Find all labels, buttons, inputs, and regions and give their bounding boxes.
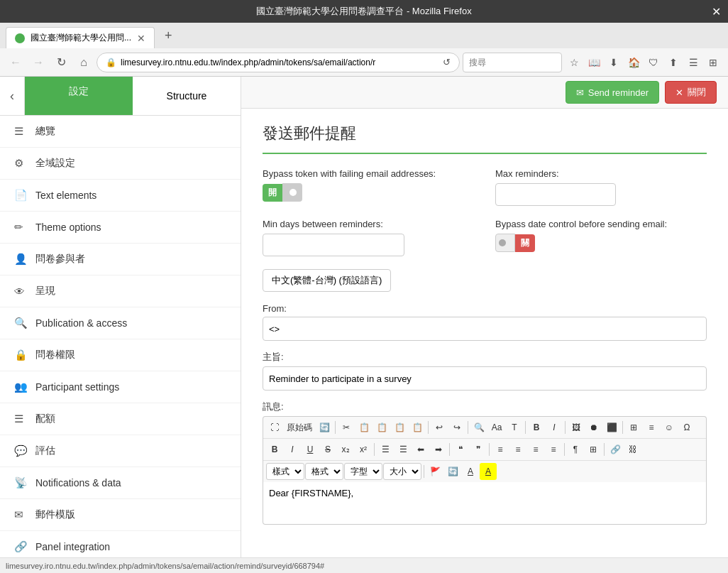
tab-settings[interactable]: 設定 xyxy=(25,77,133,115)
align-center-btn[interactable]: ≡ xyxy=(509,441,526,458)
paste-text-btn[interactable]: 📋 xyxy=(391,419,408,436)
forward-button[interactable]: → xyxy=(28,53,48,72)
redo-btn[interactable]: ↪ xyxy=(448,419,465,436)
bold-btn[interactable]: B xyxy=(528,419,545,436)
unblockquote-btn[interactable]: ❞ xyxy=(470,441,487,458)
download-icon[interactable]: ⬇ xyxy=(605,53,623,72)
align-justify-btn[interactable]: ≡ xyxy=(545,441,562,458)
sidebar-item-notifications[interactable]: 📡 Notifications & data xyxy=(0,467,241,499)
strikethrough-btn[interactable]: S xyxy=(319,441,336,458)
main-content: ✉ Send reminder ✕ 關閉 發送郵件提醒 Bypass token… xyxy=(241,77,728,557)
reload-btn[interactable]: ↺ xyxy=(443,57,451,67)
blockquote-btn[interactable]: ❝ xyxy=(452,441,469,458)
font-select[interactable]: 字型 xyxy=(344,463,382,480)
outdent-btn[interactable]: ⬅ xyxy=(412,441,429,458)
shield-icon[interactable]: 🛡 xyxy=(644,53,663,72)
sidebar-item-permissions[interactable]: 🔒 問卷權限 xyxy=(0,339,241,371)
subscript-btn[interactable]: x₂ xyxy=(337,441,354,458)
select-all-btn[interactable]: T xyxy=(506,419,523,436)
sidebar-back-button[interactable]: ‹ xyxy=(0,77,25,115)
find-replace-btn[interactable]: Aa xyxy=(488,419,505,436)
subject-label: 主旨: xyxy=(263,351,707,364)
home-button[interactable]: ⌂ xyxy=(74,53,94,72)
sidebar-item-participants[interactable]: 👤 問卷參與者 xyxy=(0,244,241,275)
sidebar-item-panel-integration[interactable]: 🔗 Panel integration xyxy=(0,531,241,557)
global-settings-icon: ⚙ xyxy=(14,157,28,170)
underline-btn[interactable]: U xyxy=(302,441,319,458)
fullscreen-btn[interactable]: ⛶ xyxy=(266,419,283,436)
unlink-btn[interactable]: ⛓ xyxy=(624,441,641,458)
paste-btn[interactable]: 📋 xyxy=(373,419,390,436)
new-tab-button[interactable]: + xyxy=(158,24,180,48)
indent-btn[interactable]: ➡ xyxy=(430,441,447,458)
paste-word-btn[interactable]: 📋 xyxy=(409,419,426,436)
italic-btn[interactable]: I xyxy=(546,419,563,436)
sidebar-item-participant-settings[interactable]: 👥 Participant settings xyxy=(0,371,241,403)
text-color-flag-btn[interactable]: 🚩 xyxy=(426,463,443,480)
align-right-btn[interactable]: ≡ xyxy=(527,441,544,458)
insert-table-btn[interactable]: ⊞ xyxy=(625,419,642,436)
reader-icon[interactable]: 📖 xyxy=(585,53,603,72)
bold-btn-2[interactable]: B xyxy=(266,441,283,458)
sidebar-item-theme-options[interactable]: ✏ Theme options xyxy=(0,212,241,244)
insert-rule-btn[interactable]: ≡ xyxy=(643,419,660,436)
bypass-date-btn[interactable]: 關 xyxy=(515,234,535,252)
home-toolbar-icon[interactable]: 🏠 xyxy=(624,53,643,72)
style-select[interactable]: 樣式 xyxy=(266,463,304,480)
bypass-token-btn[interactable]: 開 xyxy=(263,184,282,202)
close-button[interactable]: ✕ 關閉 xyxy=(665,81,717,104)
send-reminder-button[interactable]: ✉ Send reminder xyxy=(566,81,659,104)
address-input[interactable] xyxy=(121,58,439,67)
bookmark-icon[interactable]: ☆ xyxy=(565,53,583,72)
from-input[interactable] xyxy=(263,317,707,341)
sidebar-item-email-templates[interactable]: ✉ 郵件模版 xyxy=(0,499,241,531)
paragraph-btn[interactable]: ¶ xyxy=(567,441,584,458)
copy-btn[interactable]: 📋 xyxy=(355,419,373,436)
undo-btn[interactable]: ↩ xyxy=(431,419,448,436)
table-btn[interactable]: ⬛ xyxy=(603,419,620,436)
insert-image-btn[interactable]: 🖼 xyxy=(568,419,585,436)
font-color-btn[interactable]: A xyxy=(462,463,479,480)
remove-format-btn[interactable]: 🔄 xyxy=(444,463,461,480)
back-button[interactable]: ← xyxy=(6,53,26,72)
tab-label: 國立臺灣師範大學公用問... xyxy=(31,32,131,44)
sidebar-item-publication-access[interactable]: 🔍 Publication & access xyxy=(0,307,241,339)
tab-structure[interactable]: Structure xyxy=(133,77,241,115)
link-btn[interactable]: 🔗 xyxy=(607,441,624,458)
find-btn[interactable]: 🔍 xyxy=(470,419,487,436)
max-reminders-input[interactable] xyxy=(495,183,616,206)
sidebar-item-display[interactable]: 👁 呈現 xyxy=(0,275,241,307)
sidebar-item-overview[interactable]: ☰ 總覽 xyxy=(0,116,241,148)
sidebar-item-assessments[interactable]: 💬 評估 xyxy=(0,435,241,467)
editor-content[interactable]: Dear {FIRSTNAME}, xyxy=(263,482,707,525)
tab-close-btn[interactable]: ✕ xyxy=(137,33,145,44)
ordered-list-btn[interactable]: ☰ xyxy=(377,441,394,458)
format-select[interactable]: 格式 xyxy=(305,463,343,480)
search-input[interactable] xyxy=(463,53,562,72)
show-blocks-btn[interactable]: ⊞ xyxy=(585,441,602,458)
bg-color-btn[interactable]: A xyxy=(480,463,497,480)
sidebar-item-global-settings[interactable]: ⚙ 全域設定 xyxy=(0,148,241,180)
source-btn[interactable]: 原始碼 xyxy=(284,419,315,436)
refresh-button[interactable]: ↻ xyxy=(51,53,71,72)
unordered-list-btn[interactable]: ☰ xyxy=(395,441,412,458)
browser-tab-active[interactable]: 國立臺灣師範大學公用問... ✕ xyxy=(6,27,155,48)
size-select[interactable]: 大小 xyxy=(383,463,421,480)
align-left-btn[interactable]: ≡ xyxy=(492,441,509,458)
cut-btn[interactable]: ✂ xyxy=(338,419,355,436)
sidebar-item-text-elements[interactable]: 📄 Text elements xyxy=(0,180,241,212)
min-days-input[interactable] xyxy=(263,234,404,256)
subject-input[interactable] xyxy=(263,366,707,391)
superscript-btn[interactable]: x² xyxy=(355,441,372,458)
flash-btn[interactable]: ⏺ xyxy=(585,419,602,436)
italic-btn-2[interactable]: I xyxy=(284,441,301,458)
language-dropdown[interactable]: 中文(繁體-台灣) (預設語言) xyxy=(263,269,391,292)
browser-close-btn[interactable]: ✕ xyxy=(712,5,721,18)
special-char-btn[interactable]: Ω xyxy=(678,419,695,436)
refresh-editor-btn[interactable]: 🔄 xyxy=(316,419,333,436)
menu-icon[interactable]: ☰ xyxy=(684,53,702,72)
apps-icon[interactable]: ⊞ xyxy=(704,53,722,72)
sidebar-item-quotas[interactable]: ☰ 配額 xyxy=(0,403,241,435)
pocket-icon[interactable]: ⬆ xyxy=(664,53,683,72)
smiley-btn[interactable]: ☺ xyxy=(661,419,678,436)
